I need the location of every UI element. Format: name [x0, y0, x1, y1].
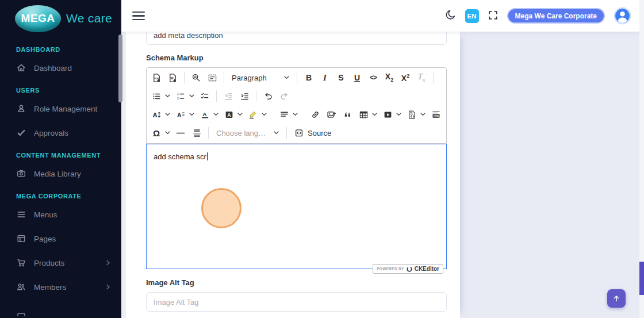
logo-tagline: We care: [66, 12, 112, 25]
source-button[interactable]: Source: [291, 125, 335, 140]
sidebar-item-partial[interactable]: [0, 299, 121, 318]
language-dropdown[interactable]: Choose lang…: [213, 125, 282, 140]
sidebar-item-members[interactable]: Members: [0, 275, 121, 299]
toolbar-row: PDFWParagraphBISU<>X2X2Tx: [149, 68, 444, 87]
org-selector-button[interactable]: Mega We Care Corporate: [507, 8, 605, 24]
code-button[interactable]: <>: [366, 70, 381, 85]
page-scrollbar[interactable]: [639, 0, 644, 318]
chevron-down-icon[interactable]: [189, 113, 194, 116]
chevron-right-icon: [105, 284, 111, 290]
bulleted-list-icon: [152, 91, 162, 101]
image-alt-input[interactable]: [146, 292, 447, 312]
chevron-down-icon[interactable]: [293, 113, 298, 116]
undo-icon: [263, 91, 273, 101]
brand-logo[interactable]: MEGA We care: [0, 0, 121, 37]
subscript-button[interactable]: X2: [382, 70, 397, 85]
todo-list-button[interactable]: [197, 89, 212, 104]
schema-markup-editor: PDFWParagraphBISU<>X2X2Tx12AAAAHTMLΩ—Cho…: [146, 67, 447, 269]
redo-icon: [279, 91, 289, 101]
chevron-down-icon[interactable]: [213, 113, 218, 116]
font-background-icon: A: [224, 110, 234, 120]
editor-content-area[interactable]: add schema scr: [146, 144, 447, 269]
numbered-list-icon: 12: [176, 91, 186, 101]
svg-text:2: 2: [177, 96, 178, 99]
sidebar-scrollbar-thumb[interactable]: [118, 35, 122, 102]
superscript-button[interactable]: X2: [398, 70, 413, 85]
bulleted-list-button[interactable]: [149, 89, 164, 104]
user-avatar-icon[interactable]: [614, 7, 631, 25]
user-icon: [16, 104, 26, 114]
special-characters-icon: Ω: [153, 129, 160, 137]
link-button[interactable]: [308, 107, 323, 122]
indent-button[interactable]: [237, 89, 252, 104]
sidebar-item-media-library[interactable]: Media Library: [0, 162, 121, 186]
svg-text:A: A: [202, 110, 206, 117]
logo-text: MEGA: [21, 12, 55, 25]
horizontal-line-icon: —: [177, 129, 185, 137]
paragraph-dropdown[interactable]: Paragraph: [228, 70, 293, 85]
source-icon: [294, 128, 304, 138]
strikethrough-button[interactable]: S: [334, 70, 348, 85]
horizontal-line-button[interactable]: —: [173, 125, 188, 140]
page-break-button[interactable]: [189, 125, 204, 140]
fullscreen-icon: [488, 10, 499, 22]
font-color-button[interactable]: A: [197, 107, 212, 122]
toolbar-separator: [256, 90, 256, 102]
chevron-down-icon[interactable]: [372, 113, 377, 116]
page-scrollbar-thumb[interactable]: [639, 262, 644, 295]
sidebar-section-label: DASHBOARD: [0, 39, 121, 56]
block-quote-button[interactable]: [340, 107, 355, 122]
hamburger-icon[interactable]: [132, 12, 145, 21]
insert-table-button[interactable]: [356, 107, 371, 122]
sidebar-item-dashboard[interactable]: Dashboard: [0, 56, 121, 80]
code-block-button[interactable]: [404, 107, 419, 122]
topbar: EN Mega We Care Corporate: [121, 0, 644, 32]
subscript-icon: X2: [385, 72, 393, 83]
ckeditor-label: CKEditor: [415, 266, 439, 272]
export-pdf-button[interactable]: PDF: [149, 70, 164, 85]
text-alignment-button[interactable]: [277, 107, 292, 122]
home-icon: [16, 63, 26, 73]
chevron-down-icon[interactable]: [189, 94, 194, 98]
font-size-button[interactable]: A: [149, 107, 164, 122]
bold-button[interactable]: B: [301, 70, 316, 85]
bold-icon: B: [306, 74, 312, 82]
chevron-down-icon: [274, 131, 279, 135]
highlight-button[interactable]: [246, 107, 260, 122]
sidebar-item-pages[interactable]: Pages: [0, 227, 121, 251]
dark-mode-toggle[interactable]: [445, 9, 457, 22]
special-characters-button[interactable]: Ω: [149, 125, 164, 140]
insert-media-button[interactable]: [380, 107, 395, 122]
chevron-down-icon[interactable]: [262, 113, 267, 116]
strikethrough-icon: S: [338, 74, 343, 82]
numbered-list-button[interactable]: 12: [173, 89, 188, 104]
insert-image-button[interactable]: [324, 107, 339, 122]
font-family-button[interactable]: A: [173, 107, 188, 122]
html-embed-button[interactable]: HTML: [428, 107, 443, 122]
html-embed-icon: HTML: [431, 110, 441, 120]
chevron-down-icon[interactable]: [165, 113, 170, 116]
underline-button[interactable]: U: [350, 70, 365, 85]
language-badge[interactable]: EN: [465, 9, 479, 23]
undo-button[interactable]: [260, 89, 275, 104]
select-all-button[interactable]: [205, 70, 220, 85]
italic-button[interactable]: I: [317, 70, 332, 85]
sidebar-item-products[interactable]: Products: [0, 251, 121, 275]
meta-description-input[interactable]: [146, 32, 447, 45]
sidebar-item-approvals[interactable]: Approvals: [0, 121, 121, 145]
fullscreen-button[interactable]: [488, 10, 499, 22]
font-background-button[interactable]: A: [221, 107, 236, 122]
export-word-button[interactable]: W: [165, 70, 180, 85]
sidebar-item-role-management[interactable]: Role Management: [0, 97, 121, 121]
chevron-down-icon[interactable]: [420, 113, 425, 116]
chevron-down-icon[interactable]: [165, 94, 170, 98]
chevron-down-icon[interactable]: [396, 113, 401, 116]
sidebar-item-menus[interactable]: Menus: [0, 202, 121, 227]
find-replace-button[interactable]: [189, 70, 204, 85]
ckeditor-badge[interactable]: POWERED BY CKEditor: [373, 264, 443, 274]
chevron-down-icon[interactable]: [237, 113, 243, 116]
link-icon: [310, 110, 320, 120]
scroll-to-top-button[interactable]: [607, 289, 626, 308]
chevron-down-icon[interactable]: [165, 131, 170, 135]
font-family-icon: A: [176, 110, 186, 120]
